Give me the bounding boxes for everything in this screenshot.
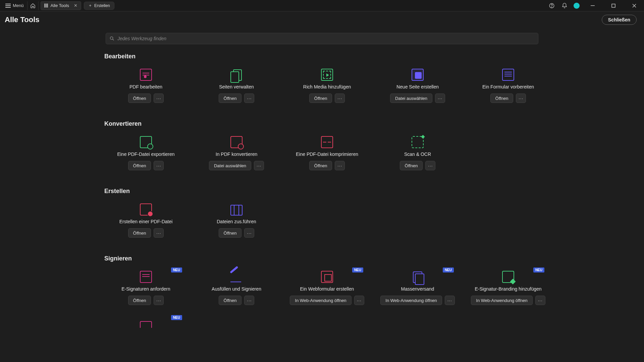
tool-card[interactable]: NEUMassenversandIn Web-Anwendung öffnen·…	[374, 267, 461, 308]
tool-card[interactable]: In PDF konvertierenDatei auswählen···	[193, 133, 280, 173]
create-button[interactable]: ＋ Erstellen	[84, 2, 114, 10]
open-button[interactable]: Öffnen	[309, 161, 332, 170]
open_web-button[interactable]: In Web-Anwendung öffnen	[290, 296, 351, 305]
open-button[interactable]: Öffnen	[490, 94, 514, 103]
more-button[interactable]: ···	[154, 94, 164, 103]
open-button[interactable]: Öffnen	[128, 161, 151, 170]
tool-actions: Öffnen···	[400, 161, 436, 170]
tool-card[interactable]: Ein Formular vorbereitenÖffnen···	[465, 65, 552, 106]
tool-icon	[229, 67, 244, 82]
home-button[interactable]	[27, 1, 39, 10]
more-button[interactable]: ···	[435, 94, 445, 103]
menu-button[interactable]: Menü	[2, 2, 27, 9]
window-maximize[interactable]	[606, 0, 621, 11]
window-close[interactable]	[627, 0, 642, 11]
select_file-button[interactable]: Datei auswählen	[209, 161, 251, 170]
open-button[interactable]: Öffnen	[219, 296, 242, 305]
tool-card[interactable]: NEUE-Signatur-Branding hinzufügenIn Web-…	[465, 267, 552, 308]
open-button[interactable]: Öffnen	[219, 94, 242, 103]
ic-form-icon	[502, 69, 514, 81]
select_file-button[interactable]: Datei auswählen	[390, 94, 432, 103]
ic-fillsign-icon	[230, 270, 243, 284]
more-button[interactable]: ···	[154, 161, 164, 170]
notifications-button[interactable]	[561, 2, 568, 9]
new-badge: NEU	[171, 267, 182, 273]
open-button[interactable]: Öffnen	[219, 228, 242, 238]
tool-card[interactable]: Eine PDF-Datei komprimierenÖffnen···	[283, 133, 371, 173]
open_web-button[interactable]: In Web-Anwendung öffnen	[380, 296, 442, 305]
tool-card[interactable]: PDF bearbeitenÖffnen···	[102, 65, 190, 106]
open-button[interactable]: Öffnen	[128, 296, 151, 305]
tool-grid: Eine PDF-Datei exportierenÖffnen···In PD…	[102, 133, 542, 173]
search-icon	[109, 36, 115, 41]
more-button[interactable]: ···	[535, 296, 545, 305]
open-button[interactable]: Öffnen	[128, 228, 151, 238]
more-button[interactable]: ···	[335, 161, 345, 170]
tool-icon	[138, 67, 154, 82]
tool-icon	[229, 269, 244, 284]
tool-actions: Öffnen···	[219, 94, 255, 103]
more-button[interactable]: ···	[244, 94, 254, 103]
new-badge: NEU	[352, 267, 363, 273]
tab-close-icon[interactable]: ✕	[74, 3, 77, 8]
help-button[interactable]	[548, 2, 555, 9]
close-button[interactable]: Schließen	[602, 15, 637, 25]
new-badge: NEU	[171, 315, 182, 320]
tool-name: E-Signatur-Branding hinzufügen	[475, 286, 541, 292]
tool-card[interactable]: Dateien zus.führenÖffnen···	[193, 200, 280, 240]
tool-grid: Erstellen einer PDF-DateiÖffnen···Dateie…	[102, 200, 542, 240]
tool-name: E-Signaturen anfordern	[121, 286, 170, 292]
tool-card[interactable]: Seiten verwaltenÖffnen···	[193, 65, 280, 106]
search-input[interactable]	[117, 36, 535, 41]
close-icon	[632, 4, 636, 8]
more-button[interactable]: ···	[425, 161, 435, 170]
minimize-icon	[591, 4, 595, 8]
tool-card[interactable]: Rich Media hinzufügenÖffnen···	[283, 65, 371, 106]
search-box[interactable]	[106, 33, 538, 44]
bell-icon	[561, 3, 568, 9]
open_web-button[interactable]: In Web-Anwendung öffnen	[471, 296, 532, 305]
tool-icon	[410, 135, 425, 149]
avatar[interactable]	[574, 3, 580, 9]
tool-grid: NEUE-Signaturen anfordernÖffnen···Ausfül…	[102, 267, 542, 355]
new-badge: NEU	[443, 267, 454, 273]
ic-media-icon	[321, 69, 333, 81]
more-button[interactable]: ···	[335, 94, 345, 103]
tool-icon	[138, 317, 154, 332]
more-button[interactable]: ···	[154, 296, 164, 305]
tool-actions: Öffnen···	[309, 94, 345, 103]
svg-rect-2	[591, 5, 595, 6]
more-button[interactable]: ···	[516, 94, 526, 103]
tool-icon	[500, 67, 516, 82]
more-button[interactable]: ···	[354, 296, 364, 305]
tool-card[interactable]: NEUEin Webformular erstellenIn Web-Anwen…	[283, 267, 371, 308]
tool-card[interactable]: Erstellen einer PDF-DateiÖffnen···	[102, 200, 190, 240]
titlebar: Menü Alle Tools ✕ ＋ Erstellen	[0, 0, 644, 11]
more-button[interactable]: ···	[244, 228, 254, 238]
more-button[interactable]: ···	[254, 161, 264, 170]
ic-export-icon	[140, 136, 152, 148]
svg-point-1	[551, 7, 552, 7]
window-minimize[interactable]	[585, 0, 600, 11]
tab-all-tools[interactable]: Alle Tools ✕	[41, 1, 81, 10]
open-button[interactable]: Öffnen	[400, 161, 423, 170]
section: ErstellenErstellen einer PDF-DateiÖffnen…	[102, 188, 542, 240]
ic-bulk-icon	[412, 271, 424, 283]
tool-card[interactable]: Neue Seite erstellenDatei auswählen···	[374, 65, 461, 106]
content-scroll[interactable]: BearbeitenPDF bearbeitenÖffnen···Seiten …	[0, 28, 644, 362]
tool-card[interactable]: NEU	[102, 315, 190, 355]
more-button[interactable]: ···	[445, 296, 455, 305]
more-button[interactable]: ···	[154, 228, 164, 238]
open-button[interactable]: Öffnen	[309, 94, 332, 103]
tool-card[interactable]: Eine PDF-Datei exportierenÖffnen···	[102, 133, 190, 173]
new-badge: NEU	[533, 267, 544, 273]
tool-actions: Öffnen···	[219, 228, 255, 238]
tool-card[interactable]: Scan & OCRÖffnen···	[374, 133, 461, 173]
tool-card[interactable]: NEUE-Signaturen anfordernÖffnen···	[102, 267, 190, 308]
menu-label: Menü	[13, 3, 24, 8]
svg-rect-3	[612, 4, 615, 7]
open-button[interactable]: Öffnen	[128, 94, 151, 103]
tool-card[interactable]: Ausfüllen und SignierenÖffnen···	[193, 267, 280, 308]
tool-name: Dateien zus.führen	[217, 219, 256, 225]
more-button[interactable]: ···	[244, 296, 254, 305]
